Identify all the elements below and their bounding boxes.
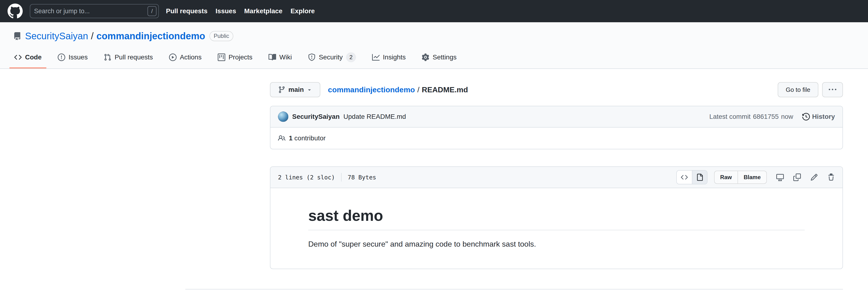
- commit-time: now: [781, 113, 793, 120]
- rendered-view-button[interactable]: [692, 171, 707, 184]
- nav-explore[interactable]: Explore: [290, 7, 315, 15]
- history-label: History: [812, 113, 835, 120]
- history-button[interactable]: History: [802, 113, 835, 120]
- tab-insights[interactable]: Insights: [367, 48, 411, 68]
- file-box: 2 lines (2 sloc) 78 Bytes Raw Blame: [270, 166, 843, 269]
- repo-owner-link[interactable]: SecuritySaiyan: [25, 31, 88, 42]
- repo-title-separator: /: [91, 31, 94, 42]
- git-pull-request-icon: [104, 54, 111, 61]
- tab-label: Code: [25, 54, 41, 61]
- nav-marketplace[interactable]: Marketplace: [244, 7, 282, 15]
- slash-key-hint: /: [148, 6, 156, 16]
- play-icon: [169, 54, 177, 61]
- header-nav: Pull requests Issues Marketplace Explore: [166, 7, 315, 15]
- readme-content: sast demo Demo of "super secure" and ama…: [271, 188, 842, 269]
- file-size-info: 78 Bytes: [348, 174, 376, 181]
- tab-actions[interactable]: Actions: [164, 48, 206, 68]
- repo-tabs: Code Issues Pull requests Actions Projec…: [0, 48, 868, 68]
- edit-file-button[interactable]: [810, 173, 818, 181]
- nav-pull-requests[interactable]: Pull requests: [166, 7, 208, 15]
- graph-icon: [372, 54, 380, 61]
- project-icon: [218, 54, 225, 61]
- tab-settings[interactable]: Settings: [417, 48, 461, 68]
- repo-title: SecuritySaiyan / commandinjectiondemo: [25, 31, 205, 42]
- tab-projects[interactable]: Projects: [213, 48, 257, 68]
- open-in-desktop-button[interactable]: [776, 173, 784, 181]
- tab-wiki[interactable]: Wiki: [264, 48, 297, 68]
- file-lines-info: 2 lines (2 sloc): [278, 174, 335, 181]
- view-toggle-group: [676, 170, 708, 184]
- tab-label: Settings: [433, 54, 457, 61]
- delete-file-button[interactable]: [827, 173, 835, 181]
- github-mark-icon: [7, 4, 23, 19]
- source-view-button[interactable]: [677, 171, 692, 184]
- tab-label: Security: [319, 54, 343, 61]
- repo-title-row: SecuritySaiyan / commandinjectiondemo Pu…: [0, 31, 868, 42]
- repo-name-link[interactable]: commandinjectiondemo: [96, 31, 205, 42]
- trash-icon: [827, 173, 835, 181]
- tab-label: Projects: [228, 54, 252, 61]
- file-header: 2 lines (2 sloc) 78 Bytes Raw Blame: [271, 167, 842, 188]
- caret-down-icon: [307, 87, 312, 92]
- more-options-button[interactable]: [822, 82, 843, 97]
- file-nav-row: main commandinjectiondemo / README.md Go…: [270, 82, 843, 97]
- raw-button[interactable]: Raw: [714, 171, 738, 184]
- file-info-divider: [341, 173, 342, 182]
- code-icon: [681, 174, 688, 181]
- gear-icon: [422, 54, 429, 61]
- pencil-icon: [810, 173, 818, 181]
- raw-blame-group: Raw Blame: [714, 171, 767, 184]
- file-icon-actions: [776, 173, 835, 181]
- copy-raw-contents-button[interactable]: [793, 173, 801, 181]
- tab-issues[interactable]: Issues: [53, 48, 92, 68]
- commit-message-link[interactable]: Update README.md: [343, 113, 406, 120]
- file-nav-actions: Go to file: [778, 82, 843, 97]
- readme-title: sast demo: [308, 206, 805, 230]
- tab-code[interactable]: Code: [9, 48, 46, 68]
- latest-commit-label: Latest commit: [709, 113, 750, 120]
- breadcrumb: commandinjectiondemo / README.md: [328, 85, 468, 94]
- commit-author-link[interactable]: SecuritySaiyan: [292, 113, 340, 120]
- commit-sha-link[interactable]: 6861755: [753, 113, 779, 120]
- device-desktop-icon: [776, 173, 784, 181]
- search-input[interactable]: [34, 7, 146, 15]
- go-to-file-button[interactable]: Go to file: [778, 82, 818, 97]
- file-actions: Raw Blame: [676, 170, 835, 184]
- history-icon: [802, 113, 810, 120]
- tab-pull-requests[interactable]: Pull requests: [99, 48, 158, 68]
- tab-label: Pull requests: [115, 54, 153, 61]
- contributors-label: contributor: [294, 134, 326, 142]
- branch-selector-button[interactable]: main: [270, 82, 320, 97]
- copy-icon: [793, 173, 801, 181]
- avatar[interactable]: [278, 111, 288, 122]
- kebab-horizontal-icon: [829, 86, 836, 93]
- main-content: main commandinjectiondemo / README.md Go…: [270, 69, 843, 269]
- tab-security[interactable]: Security 2: [303, 48, 361, 68]
- github-logo[interactable]: [7, 4, 23, 19]
- people-icon: [278, 134, 285, 142]
- breadcrumb-separator: /: [417, 85, 420, 94]
- repo-header: SecuritySaiyan / commandinjectiondemo Pu…: [0, 22, 868, 69]
- global-header: / Pull requests Issues Marketplace Explo…: [0, 0, 868, 22]
- branch-name: main: [288, 86, 304, 93]
- latest-commit-row: SecuritySaiyan Update README.md Latest c…: [271, 106, 842, 128]
- security-counter-badge: 2: [346, 52, 356, 62]
- commit-box: SecuritySaiyan Update README.md Latest c…: [270, 106, 843, 149]
- commit-meta: Latest commit 6861755 now History: [709, 113, 835, 120]
- readme-paragraph: Demo of "super secure" and amazing code …: [308, 238, 805, 250]
- book-icon: [269, 54, 276, 61]
- blame-button[interactable]: Blame: [738, 171, 767, 184]
- repo-icon: [13, 32, 21, 40]
- breadcrumb-repo-link[interactable]: commandinjectiondemo: [328, 85, 415, 94]
- tab-label: Actions: [180, 54, 202, 61]
- tab-label: Insights: [383, 54, 406, 61]
- file-info: 2 lines (2 sloc) 78 Bytes: [278, 173, 376, 182]
- search-box[interactable]: /: [30, 4, 159, 18]
- footer-divider: [185, 289, 843, 290]
- contributors-link[interactable]: 1 contributor: [289, 134, 326, 142]
- tab-label: Issues: [68, 54, 88, 61]
- nav-issues[interactable]: Issues: [216, 7, 236, 15]
- file-icon: [696, 174, 703, 181]
- git-branch-icon: [278, 86, 285, 93]
- code-icon: [14, 54, 22, 61]
